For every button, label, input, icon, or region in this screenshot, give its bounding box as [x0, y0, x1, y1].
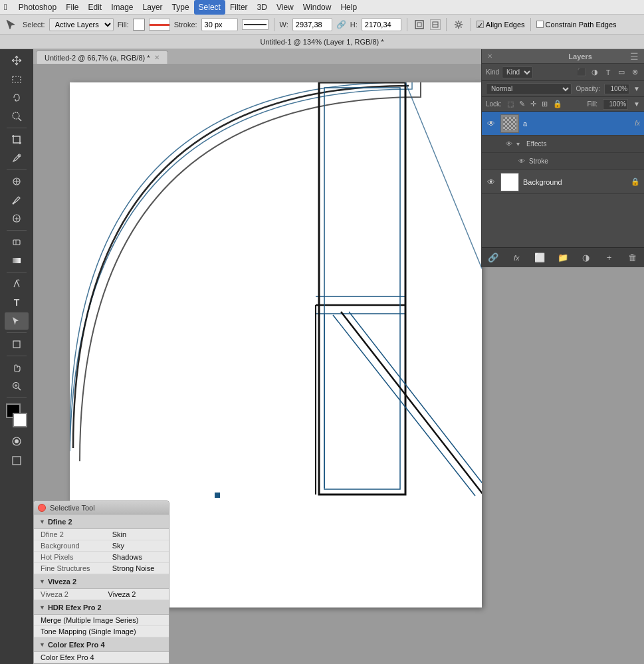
active-layers-select[interactable]: Active Layers	[49, 18, 114, 31]
layer-name-a: a	[523, 120, 631, 128]
tool-quick-mask[interactable]	[5, 433, 29, 450]
kind-adjust-icon[interactable]: ◑	[590, 67, 600, 78]
layers-panel-menu-icon[interactable]: ☰	[630, 51, 639, 62]
height-input[interactable]	[362, 18, 401, 31]
lock-artboard-icon[interactable]: ⊞	[542, 100, 548, 108]
menu-item-type[interactable]: Type	[167, 0, 194, 15]
layer-vis-icon-a[interactable]: 👁	[486, 118, 496, 129]
tool-eyedropper[interactable]	[5, 150, 29, 167]
tool-move[interactable]	[5, 52, 29, 69]
doc-tab-close-icon[interactable]: ✕	[154, 54, 160, 61]
new-group-btn[interactable]: 📁	[556, 251, 570, 265]
menu-item-filter[interactable]: Filter	[225, 0, 253, 15]
stroke-label: Stroke:	[174, 21, 197, 29]
layers-panel-close-btn[interactable]: ✕	[487, 53, 492, 60]
tool-hand[interactable]	[5, 359, 29, 376]
lock-position-icon[interactable]: ✛	[530, 100, 536, 108]
menu-item-file[interactable]: File	[61, 0, 83, 15]
width-input[interactable]	[292, 18, 332, 31]
tool-screen-mode[interactable]	[5, 452, 29, 469]
fill-arrow-icon[interactable]: ▼	[633, 100, 640, 108]
kind-shape-icon[interactable]: ▭	[616, 67, 627, 78]
doc-tab-untitled2[interactable]: Untitled-2 @ 66,7% (a, RGB/8) * ✕	[36, 51, 168, 64]
tool-brush[interactable]	[5, 191, 29, 209]
stroke-eye-icon[interactable]: 👁	[518, 158, 525, 165]
tool-gradient[interactable]	[5, 252, 29, 269]
menu-item-3d[interactable]: 3D	[253, 0, 272, 15]
add-mask-btn[interactable]: ⬜	[532, 251, 547, 265]
color-efex-section-header[interactable]: ▼ Color Efex Pro 4	[34, 637, 169, 652]
gear-icon[interactable]	[452, 18, 465, 31]
tool-shape[interactable]	[5, 336, 29, 353]
layers-panel: ✕ Layers ☰ Kind Kind ⬛ ◑ T ▭ ⊗ Normal Op…	[481, 49, 644, 267]
kind-type-icon[interactable]: T	[603, 67, 613, 78]
dfine2-row1-value: Skin	[106, 529, 169, 540]
background-color-swatch[interactable]	[13, 413, 27, 427]
menu-item-select[interactable]: Select	[194, 0, 225, 15]
selective-panel-title: Selective Tool	[50, 504, 95, 512]
menu-item-image[interactable]: Image	[106, 0, 138, 15]
tool-quick-select[interactable]	[5, 108, 29, 125]
constrain-path-checkbox[interactable]	[536, 21, 544, 28]
menu-item-window[interactable]: Window	[298, 0, 336, 15]
selective-panel-close-btn[interactable]	[38, 504, 46, 512]
menu-item-layer[interactable]: Layer	[138, 0, 167, 15]
link-layers-btn[interactable]: 🔗	[486, 251, 500, 265]
viveza2-table: Viveza 2 Viveza 2	[34, 589, 169, 600]
menu-item-edit[interactable]: Edit	[83, 0, 106, 15]
lock-paint-icon[interactable]: ✎	[519, 100, 525, 108]
select-label: Select:	[23, 21, 45, 29]
delete-layer-btn[interactable]: 🗑	[625, 251, 639, 265]
lock-transparent-icon[interactable]: ⬚	[507, 100, 514, 108]
line-style-picker[interactable]	[242, 19, 268, 30]
dfine2-row2-value: Sky	[106, 540, 169, 552]
tool-path-select[interactable]	[5, 312, 29, 330]
color-swatches[interactable]	[5, 403, 29, 427]
kind-filter-select[interactable]: Kind	[502, 66, 533, 78]
align-left-icon[interactable]	[430, 19, 441, 30]
align-edges-checkbox[interactable]: ✓	[477, 21, 484, 28]
tool-lasso[interactable]	[5, 89, 29, 106]
tool-crop[interactable]	[5, 131, 29, 148]
tool-type[interactable]: T	[5, 294, 29, 311]
layer-vis-icon-bg[interactable]: 👁	[486, 177, 496, 187]
hdr-section-header[interactable]: ▼ HDR Efex Pro 2	[34, 600, 169, 615]
menu-bar:  Photoshop File Edit Image Layer Type S…	[0, 0, 644, 15]
viveza2-section-header[interactable]: ▼ Viveza 2	[34, 574, 169, 589]
new-layer-btn[interactable]: +	[602, 251, 617, 265]
w-label: W:	[280, 21, 288, 29]
kind-pixel-icon[interactable]: ⬛	[576, 67, 587, 78]
stroke-preview[interactable]	[149, 19, 170, 31]
tool-zoom[interactable]	[5, 378, 29, 395]
table-row: Merge (Multiple Image Series)	[34, 615, 169, 626]
opacity-input[interactable]	[604, 84, 629, 94]
link-icon: 🔗	[336, 20, 346, 29]
effects-eye-icon[interactable]: 👁	[506, 140, 512, 148]
tool-healing[interactable]	[5, 173, 29, 190]
apple-logo-icon: 	[4, 2, 7, 12]
tool-clone[interactable]	[5, 210, 29, 227]
tool-pen[interactable]	[5, 275, 29, 292]
align-buttons[interactable]	[430, 19, 441, 30]
menu-item-view[interactable]: View	[272, 0, 298, 15]
layer-row-background[interactable]: 👁 Background 🔒	[482, 170, 644, 194]
lock-all-icon[interactable]: 🔒	[553, 100, 562, 108]
extra-tools	[5, 433, 29, 469]
kind-smart-icon[interactable]: ⊗	[629, 67, 640, 78]
fill-input[interactable]	[603, 99, 628, 110]
tool-eraser[interactable]	[5, 233, 29, 251]
fill-swatch[interactable]	[133, 19, 145, 31]
dfine2-title: Dfine 2	[48, 518, 72, 526]
svg-rect-21	[13, 457, 21, 465]
dfine2-section-header[interactable]: ▼ Dfine 2	[34, 514, 169, 529]
opacity-arrow-icon[interactable]: ▼	[633, 85, 640, 92]
stroke-width-input[interactable]	[201, 18, 238, 31]
new-fill-btn[interactable]: ◑	[579, 251, 593, 265]
tool-marquee[interactable]	[5, 70, 29, 88]
transform-icon	[413, 18, 426, 31]
layer-fx-btn[interactable]: fx	[509, 251, 524, 265]
menu-item-photoshop[interactable]: Photoshop	[14, 0, 61, 15]
blend-mode-select[interactable]: Normal	[486, 83, 572, 95]
layer-row-a[interactable]: 👁 a fx	[482, 112, 644, 136]
menu-item-help[interactable]: Help	[336, 0, 362, 15]
